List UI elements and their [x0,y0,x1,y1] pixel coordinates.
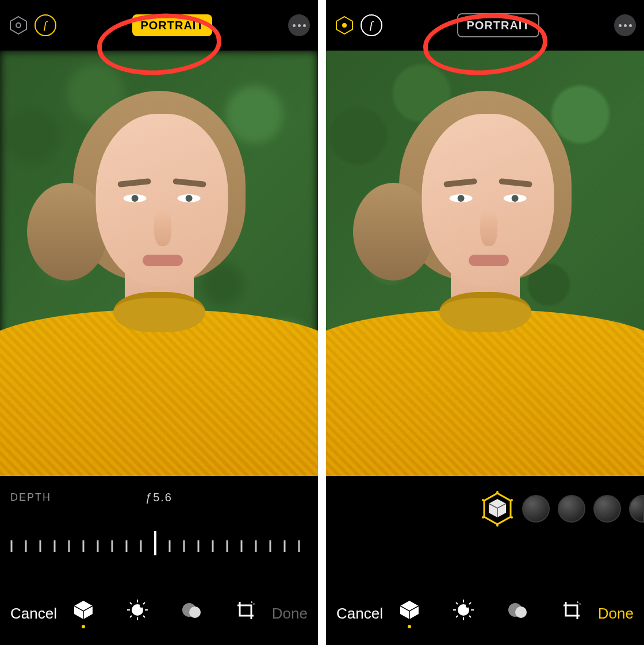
crop-rotate-icon[interactable] [558,597,585,629]
cancel-button[interactable]: Cancel [10,605,57,623]
more-icon[interactable] [288,14,310,36]
portrait-label: PORTRAIT [466,19,530,32]
done-button[interactable]: Done [272,605,308,623]
svg-line-58 [456,616,458,617]
svg-point-44 [511,499,513,501]
portrait-label: PORTRAIT [140,19,204,32]
svg-line-29 [143,602,145,604]
svg-line-35 [130,602,132,604]
adjust-dial-icon[interactable] [124,597,151,629]
footer-bar: Cancel [0,582,318,645]
portrait-mode-badge[interactable]: PORTRAIT [457,13,539,37]
depth-label: DEPTH [10,492,51,504]
aperture-f-icon[interactable]: ƒ [361,14,382,36]
cancel-button[interactable]: Cancel [336,605,383,623]
portrait-lighting-hex-icon[interactable] [334,15,355,36]
svg-point-62 [515,606,527,618]
subject-person [326,51,644,476]
tool-strip [70,597,259,629]
svg-point-48 [482,499,484,501]
screen-left: ƒ PORTRAIT DEPTH [0,0,318,645]
filters-circles-icon[interactable] [178,597,205,629]
top-bar: ƒ PORTRAIT [0,0,318,51]
portrait-mode-badge[interactable]: PORTRAIT [132,14,212,36]
portrait-cube-icon[interactable] [396,597,423,629]
svg-point-27 [140,604,143,608]
svg-point-37 [189,606,201,618]
f-glyph: ƒ [369,19,374,32]
svg-point-39 [342,23,347,28]
subject-person [0,51,318,476]
depth-row: DEPTH ƒ5.6 [0,492,318,504]
done-button[interactable]: Done [598,605,634,623]
svg-line-33 [130,616,132,617]
portrait-lighting-carousel[interactable] [481,489,644,529]
f-glyph: ƒ [43,19,48,32]
svg-point-1 [16,23,21,28]
svg-point-47 [482,516,484,519]
svg-line-56 [469,616,471,617]
lighting-option[interactable] [522,495,550,523]
svg-point-45 [511,516,513,519]
aperture-f-icon[interactable]: ƒ [34,14,56,36]
more-icon[interactable] [614,14,636,36]
svg-point-52 [466,604,469,608]
top-bar: ƒ PORTRAIT [326,0,644,51]
svg-line-60 [456,602,458,604]
adjust-dial-icon[interactable] [450,597,477,629]
svg-line-54 [469,602,471,604]
lighting-option[interactable] [558,495,585,523]
tool-strip [396,597,585,629]
svg-point-43 [496,491,499,493]
depth-slider[interactable] [0,529,318,558]
photo-preview[interactable] [0,51,318,476]
screen-right: ƒ PORTRAIT [326,0,644,645]
portrait-cube-icon[interactable] [70,597,97,629]
filters-circles-icon[interactable] [504,597,531,629]
portrait-lighting-hex-icon[interactable] [8,15,29,36]
crop-rotate-icon[interactable] [232,597,259,629]
lighting-option[interactable] [593,495,621,523]
lighting-option-selected[interactable] [481,490,514,528]
footer-bar: Cancel [326,582,644,645]
photo-preview[interactable] [326,51,644,476]
svg-line-31 [143,616,145,617]
lighting-option[interactable] [629,495,644,523]
depth-value: ƒ5.6 [145,491,172,504]
svg-marker-0 [10,17,26,34]
svg-point-46 [496,524,499,527]
